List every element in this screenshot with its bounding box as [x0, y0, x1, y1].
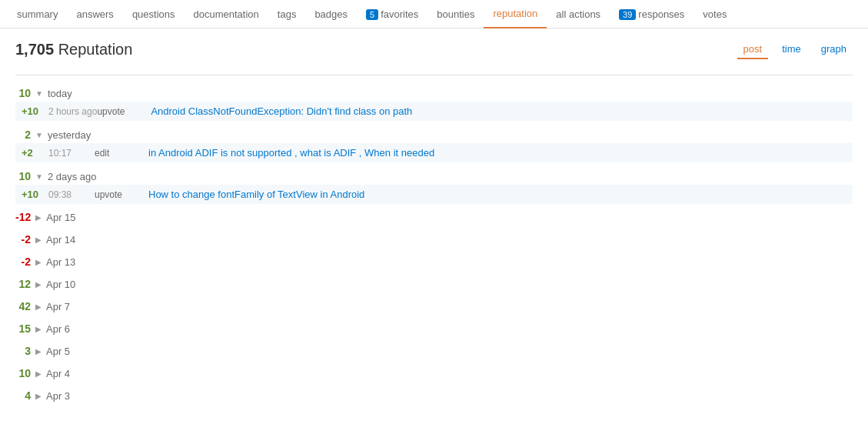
collapsed-row: 4▶Apr 3	[15, 386, 853, 405]
collapsed-score: -2	[15, 233, 31, 246]
rep-post-link[interactable]: How to change fontFamily of TextView in …	[148, 189, 364, 200]
day-header: 2▼yesterday	[15, 125, 853, 143]
collapsed-date: Apr 3	[46, 390, 70, 402]
collapsed-row: 10▶Apr 4	[15, 364, 853, 383]
day-score: 10	[15, 87, 31, 99]
rep-delta: +10	[22, 189, 48, 200]
collapsed-row: -2▶Apr 13	[15, 252, 853, 271]
collapsed-date: Apr 13	[46, 256, 75, 268]
separator	[15, 75, 853, 75]
collapsed-score: -12	[15, 211, 31, 223]
rep-row: +102 hours agoupvoteAndroid ClassNotFoun…	[15, 102, 853, 121]
nav-tab-favorites[interactable]: 5favorites	[357, 1, 427, 28]
collapsed-row: -12▶Apr 15	[15, 208, 853, 226]
collapsed-score: 42	[15, 300, 31, 312]
rep-action: edit	[95, 148, 148, 159]
nav-tab-summary[interactable]: summary	[8, 1, 67, 28]
nav-tab-all-actions[interactable]: all actions	[547, 1, 610, 28]
nav-tab-questions[interactable]: questions	[123, 1, 185, 28]
day-label: yesterday	[48, 129, 91, 141]
rep-action: upvote	[95, 189, 148, 200]
day-score: 10	[15, 170, 31, 182]
collapse-icon[interactable]: ▼	[35, 89, 43, 98]
tab-badge: 39	[619, 9, 636, 20]
rep-time: 09:38	[48, 189, 95, 200]
rep-row: +1009:38upvoteHow to change fontFamily o…	[15, 185, 853, 204]
rep-label: Reputation	[58, 41, 133, 58]
collapsed-score: 10	[15, 367, 31, 379]
rep-title: 1,705 Reputation	[15, 41, 132, 58]
collapse-icon[interactable]: ▼	[35, 131, 43, 139]
day-group: 10▼today+102 hours agoupvoteAndroid Clas…	[15, 83, 853, 121]
rep-delta: +10	[22, 105, 48, 117]
rep-groups: 10▼today+102 hours agoupvoteAndroid Clas…	[15, 83, 853, 405]
collapsed-date: Apr 15	[46, 212, 75, 223]
nav-tab-reputation[interactable]: reputation	[484, 0, 547, 28]
rep-delta: +2	[22, 147, 48, 159]
collapsed-date: Apr 4	[46, 368, 70, 379]
collapsed-row: 3▶Apr 5	[15, 342, 853, 360]
view-tab-time[interactable]: time	[776, 40, 807, 59]
day-header: 10▼2 days ago	[15, 166, 853, 185]
nav-tabs: summaryanswersquestionsdocumentationtags…	[0, 0, 868, 28]
rep-row: +210:17editin Android ADIF is not suppor…	[15, 143, 853, 162]
day-group: 12▶Apr 10	[15, 275, 853, 293]
day-group: 2▼yesterday+210:17editin Android ADIF is…	[15, 125, 853, 162]
expand-icon[interactable]: ▶	[35, 213, 42, 222]
main-content: 1,705 Reputation posttimegraph 10▼today+…	[0, 28, 868, 420]
collapsed-date: Apr 7	[46, 301, 70, 312]
day-group: 10▶Apr 4	[15, 364, 853, 383]
collapsed-row: 42▶Apr 7	[15, 297, 853, 316]
collapsed-date: Apr 6	[46, 323, 70, 335]
rep-count: 1,705	[15, 41, 54, 58]
day-group: 3▶Apr 5	[15, 342, 853, 360]
collapsed-date: Apr 10	[46, 279, 75, 290]
day-header: 10▼today	[15, 83, 853, 102]
expand-icon[interactable]: ▶	[35, 369, 42, 378]
collapsed-row: 15▶Apr 6	[15, 319, 853, 338]
day-group: 15▶Apr 6	[15, 319, 853, 338]
nav-tab-votes[interactable]: votes	[693, 1, 736, 28]
rep-post-link[interactable]: in Android ADIF is not supported , what …	[148, 147, 434, 159]
view-tab-post[interactable]: post	[737, 40, 769, 59]
expand-icon[interactable]: ▶	[35, 258, 42, 266]
view-tab-graph[interactable]: graph	[815, 40, 853, 59]
collapsed-row: -2▶Apr 14	[15, 230, 853, 249]
rep-header: 1,705 Reputation posttimegraph	[15, 40, 853, 59]
collapsed-score: 3	[15, 345, 31, 357]
day-score: 2	[15, 129, 31, 141]
expand-icon[interactable]: ▶	[35, 280, 42, 289]
day-label: today	[48, 88, 72, 99]
nav-tab-responses[interactable]: 39responses	[610, 1, 693, 28]
expand-icon[interactable]: ▶	[35, 392, 42, 400]
expand-icon[interactable]: ▶	[35, 302, 42, 311]
tab-badge: 5	[366, 9, 378, 20]
collapse-icon[interactable]: ▼	[35, 172, 43, 181]
day-group: 4▶Apr 3	[15, 386, 853, 405]
nav-tab-documentation[interactable]: documentation	[185, 1, 268, 28]
collapsed-row: 12▶Apr 10	[15, 275, 853, 293]
expand-icon[interactable]: ▶	[35, 325, 42, 333]
day-group: 10▼2 days ago+1009:38upvoteHow to change…	[15, 166, 853, 204]
expand-icon[interactable]: ▶	[35, 236, 42, 244]
rep-post-link[interactable]: Android ClassNotFoundException: Didn't f…	[151, 105, 412, 117]
day-label: 2 days ago	[48, 171, 97, 182]
collapsed-score: 4	[15, 389, 31, 402]
collapsed-score: 15	[15, 322, 31, 335]
rep-time: 2 hours ago	[48, 106, 97, 117]
collapsed-date: Apr 14	[46, 234, 75, 246]
day-group: -2▶Apr 13	[15, 252, 853, 271]
nav-tab-answers[interactable]: answers	[67, 1, 122, 28]
nav-tab-bounties[interactable]: bounties	[427, 1, 484, 28]
view-tabs: posttimegraph	[737, 40, 853, 59]
nav-tab-badges[interactable]: badges	[305, 1, 357, 28]
collapsed-score: -2	[15, 256, 31, 268]
day-group: -2▶Apr 14	[15, 230, 853, 249]
expand-icon[interactable]: ▶	[35, 347, 42, 356]
day-group: 42▶Apr 7	[15, 297, 853, 316]
rep-time: 10:17	[48, 148, 95, 159]
rep-action: upvote	[97, 106, 151, 117]
collapsed-date: Apr 5	[46, 346, 70, 357]
nav-tab-tags[interactable]: tags	[268, 1, 306, 28]
day-group: -12▶Apr 15	[15, 208, 853, 226]
